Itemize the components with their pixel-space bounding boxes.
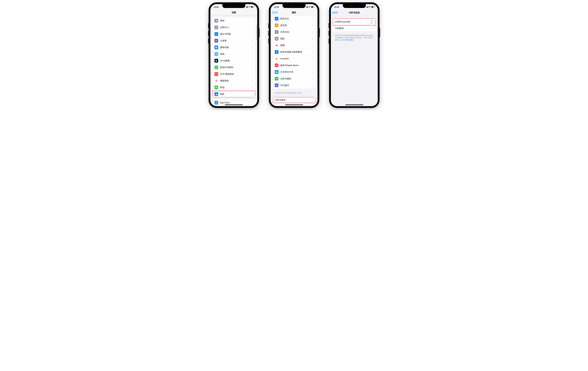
grid-icon: [214, 39, 218, 42]
row-墙纸[interactable]: 墙纸: [212, 51, 255, 57]
nav-bar: 隐私 分析与改进: [331, 10, 378, 15]
music-icon: [275, 64, 278, 67]
fitness-icon: [275, 77, 278, 81]
chevron-left-icon: [332, 11, 333, 14]
chevron-right-icon: [312, 24, 314, 26]
row-share-iphone-analytics[interactable]: 共享iPhone分析: [333, 19, 376, 25]
gear-icon: [214, 19, 218, 22]
row-辅助功能[interactable]: 辅助功能: [212, 44, 255, 51]
row-控制中心[interactable]: 控制中心: [212, 24, 255, 31]
row-麦克风[interactable]: 麦克风: [273, 22, 315, 29]
screen: 11:53 隐私 分析与改进 共享iPhone分析 分析数据: [331, 4, 378, 106]
chevron-right-icon: [252, 67, 253, 68]
row-label: 主屏幕: [220, 39, 252, 42]
svg-rect-37: [215, 87, 217, 88]
svg-point-11: [216, 53, 217, 53]
row-研究传感器与使用数据[interactable]: 研究传感器与使用数据: [273, 49, 315, 55]
wifi-icon: [369, 6, 371, 8]
svg-point-9: [216, 47, 217, 47]
page-title: 分析与改进: [349, 11, 360, 14]
row-label: 文件和文件夹: [280, 71, 312, 74]
signal-icon: [306, 6, 308, 8]
accessibility-icon: [214, 45, 218, 49]
scrollbar[interactable]: [257, 25, 257, 40]
battery-icon: [311, 6, 314, 8]
row-SOS 紧急联络[interactable]: SOS SOS 紧急联络: [212, 71, 255, 77]
row-附近交互[interactable]: 附近交互: [273, 15, 315, 22]
chevron-right-icon: [252, 73, 253, 75]
svg-point-31: [215, 81, 215, 81]
status-time: 11:53: [334, 6, 339, 8]
chevron-right-icon: [252, 20, 253, 22]
svg-point-2: [216, 27, 216, 27]
diag-icon: [275, 17, 278, 21]
row-语音识别[interactable]: 语音识别: [273, 29, 315, 35]
settings-group: 通用 控制中心 AA 显示与亮度 主屏幕 辅助功能 墙纸 Siri与搜索 面容I…: [212, 17, 255, 97]
svg-point-13: [215, 54, 216, 54]
settings-group: 共享iPhone分析 分析数据: [333, 19, 376, 31]
flower-icon: [214, 52, 218, 56]
svg-point-14: [217, 54, 217, 54]
row-label: 专注模式: [280, 84, 312, 87]
row-analytics-data[interactable]: 分析数据: [333, 25, 376, 31]
switch-toggle[interactable]: [367, 20, 374, 24]
row-运动与健身[interactable]: 运动与健身: [273, 75, 315, 82]
svg-point-16: [217, 53, 217, 54]
row-label: 控制中心: [220, 26, 252, 29]
row-主屏幕[interactable]: 主屏幕: [212, 37, 255, 44]
row-电池[interactable]: 电池: [212, 84, 255, 91]
back-button[interactable]: 设置: [272, 11, 278, 14]
row-暴露通知[interactable]: 暴露通知: [212, 77, 255, 84]
row-相机[interactable]: 相机: [273, 35, 315, 42]
home-indicator[interactable]: [345, 105, 363, 105]
home-indicator[interactable]: [285, 105, 303, 105]
svg-rect-4: [215, 40, 216, 41]
screen: 11:53 设置 隐私 附近交互 麦克风 语音识别 相机: [271, 4, 317, 106]
chevron-right-icon: [252, 86, 253, 88]
content[interactable]: 共享iPhone分析 分析数据 通过每天自动发送诊断和使用数据来帮助Apple改…: [331, 15, 378, 105]
chevron-right-icon: [312, 38, 314, 40]
nav-bar: 设置 隐私: [271, 10, 317, 15]
row-label: 暴露通知: [220, 79, 252, 82]
content[interactable]: 通用 控制中心 AA 显示与亮度 主屏幕 辅助功能 墙纸 Siri与搜索 面容I…: [210, 15, 257, 105]
row-label: 共享iPhone分析: [335, 20, 367, 23]
folder-icon: [275, 70, 278, 74]
row-HomeKit[interactable]: HomeKit: [273, 55, 315, 62]
row-媒体与Apple Music[interactable]: 媒体与Apple Music: [273, 62, 315, 69]
phone-settings: 11:52 设置 通用 控制中心 AA 显示与亮度 主屏幕 辅助功能: [209, 3, 259, 108]
row-面容ID与密码[interactable]: 面容ID与密码: [212, 64, 255, 71]
settings-group: App Store 钱包与Apple Pay: [212, 99, 255, 105]
content[interactable]: 附近交互 麦克风 语音识别 相机 健康 研究传感器与使用数据 HomeKit 媒…: [271, 15, 317, 105]
row-健康[interactable]: 健康: [273, 42, 315, 49]
chevron-right-icon: [312, 99, 314, 101]
row-label: 通用: [220, 19, 252, 22]
row-App Store[interactable]: App Store: [212, 99, 255, 105]
row-label: 隐私: [220, 93, 252, 95]
svg-rect-38: [217, 87, 217, 88]
chevron-right-icon: [252, 102, 253, 104]
row-分析与改进[interactable]: 分析与改进: [273, 97, 315, 103]
wave-icon: [275, 30, 278, 34]
back-button[interactable]: 隐私: [332, 11, 338, 14]
svg-point-53: [276, 52, 277, 52]
row-文件和文件夹[interactable]: 文件和文件夹: [273, 69, 315, 75]
row-label: 面容ID与密码: [220, 66, 252, 69]
row-Siri与搜索[interactable]: Siri与搜索: [212, 57, 255, 64]
chevron-right-icon: [312, 78, 314, 80]
chevron-right-icon: [312, 64, 314, 66]
svg-rect-44: [276, 24, 277, 26]
footer-link[interactable]: 关于分析与隐私…: [342, 39, 355, 41]
row-label: 附近交互: [280, 17, 312, 20]
row-通用[interactable]: 通用: [212, 17, 255, 24]
row-显示与亮度[interactable]: AA 显示与亮度: [212, 31, 255, 37]
row-专注模式[interactable]: 专注模式: [273, 82, 315, 89]
row-label: 相机: [280, 37, 312, 40]
row-隐私[interactable]: 隐私: [212, 91, 255, 97]
page-title: 隐私: [292, 11, 296, 14]
settings-group: 附近交互 麦克风 语音识别 相机 健康 研究传感器与使用数据 HomeKit 媒…: [273, 15, 315, 89]
status-time: 11:53: [274, 6, 279, 8]
row-label: 分析数据: [335, 27, 373, 30]
row-label: App Store: [220, 101, 252, 104]
chevron-right-icon: [252, 80, 253, 82]
home-indicator[interactable]: [225, 105, 243, 105]
